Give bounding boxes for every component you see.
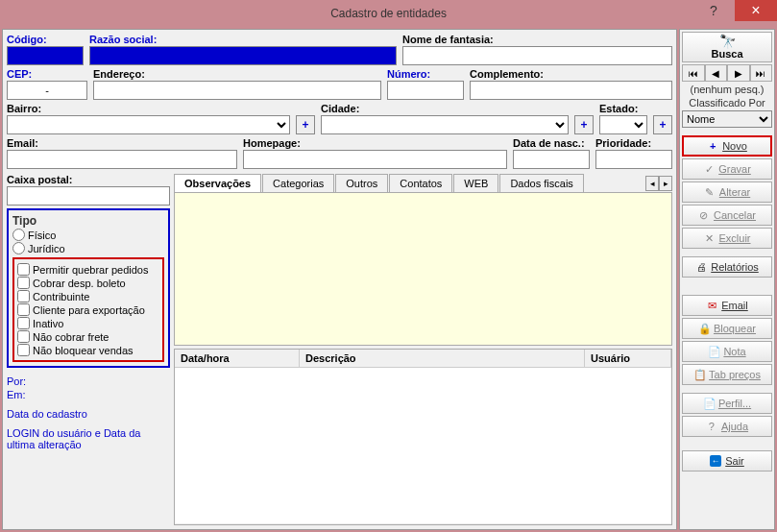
novo-label: Novo bbox=[722, 140, 747, 152]
razao-input[interactable] bbox=[89, 46, 397, 65]
complemento-label: Complemento: bbox=[470, 68, 672, 80]
codigo-label: Código: bbox=[7, 34, 84, 45]
meta-por: Por: bbox=[7, 375, 170, 387]
check-cobrar[interactable] bbox=[17, 277, 30, 289]
tabprecos-label: Tab preços bbox=[709, 369, 761, 380]
caixa-input[interactable] bbox=[7, 186, 170, 206]
tipo-fisico-label: Físico bbox=[28, 230, 56, 241]
check-icon: ✓ bbox=[703, 163, 715, 176]
email-label: Email: bbox=[7, 137, 237, 149]
check-inativo-label: Inativo bbox=[33, 318, 63, 329]
observacoes-textarea[interactable] bbox=[174, 192, 672, 346]
nav-last[interactable]: ⏭ bbox=[750, 64, 773, 82]
tab-precos-button[interactable]: 📋Tab preços bbox=[682, 364, 772, 385]
check-exportacao[interactable] bbox=[17, 303, 30, 316]
tab-scroll-right[interactable]: ▸ bbox=[659, 176, 672, 191]
estado-add-button[interactable]: + bbox=[653, 115, 672, 134]
nota-button[interactable]: 📄Nota bbox=[682, 341, 772, 362]
check-permitir-label: Permitir quebrar pedidos bbox=[33, 264, 148, 276]
printer-icon: 🖨 bbox=[695, 261, 707, 273]
homepage-input[interactable] bbox=[243, 150, 507, 169]
alterar-button[interactable]: ✎Alterar bbox=[682, 181, 772, 203]
meta-login: LOGIN do usuário e Data da ultima altera… bbox=[7, 427, 170, 450]
help-icon: ? bbox=[706, 421, 717, 432]
tab-observacoes[interactable]: Observações bbox=[174, 174, 261, 192]
delete-icon: ✕ bbox=[703, 232, 715, 245]
tab-outros[interactable]: Outros bbox=[335, 174, 388, 192]
nav-next[interactable]: ▶ bbox=[727, 64, 750, 82]
check-exportacao-label: Cliente para exportação bbox=[33, 304, 145, 316]
nav-first[interactable]: ⏮ bbox=[682, 64, 705, 82]
help-button[interactable]: ? bbox=[692, 0, 735, 21]
tab-scroll-left[interactable]: ◂ bbox=[645, 176, 659, 191]
ajuda-label: Ajuda bbox=[721, 421, 748, 432]
datanasc-label: Data de nasc.: bbox=[513, 137, 590, 149]
novo-button[interactable]: +Novo bbox=[682, 135, 772, 157]
envelope-icon: ✉ bbox=[706, 300, 717, 312]
codigo-input[interactable] bbox=[7, 46, 84, 65]
relatorios-button[interactable]: 🖨Relatórios bbox=[682, 256, 772, 278]
check-permitir[interactable] bbox=[17, 263, 30, 276]
nota-label: Nota bbox=[723, 346, 745, 357]
tab-contatos[interactable]: Contatos bbox=[389, 174, 452, 192]
gravar-button[interactable]: ✓Gravar bbox=[682, 158, 772, 180]
tipo-juridico-radio[interactable] bbox=[12, 242, 25, 254]
sair-button[interactable]: ←Sair bbox=[682, 450, 772, 472]
cidade-select[interactable] bbox=[321, 115, 569, 134]
check-naobloquear[interactable] bbox=[17, 344, 30, 356]
datanasc-input[interactable] bbox=[513, 150, 590, 169]
cidade-add-button[interactable]: + bbox=[574, 115, 594, 134]
endereco-input[interactable] bbox=[93, 81, 381, 100]
email-input[interactable] bbox=[7, 150, 237, 169]
fantasia-label: Nome de fantasia: bbox=[402, 34, 672, 45]
cep-input[interactable] bbox=[7, 81, 87, 100]
cancelar-button[interactable]: ⊘Cancelar bbox=[682, 205, 772, 226]
busca-button[interactable]: 🔭 Busca bbox=[682, 32, 772, 62]
profile-icon: 📄 bbox=[703, 398, 715, 410]
lock-icon: 🔒 bbox=[698, 323, 710, 335]
complemento-input[interactable] bbox=[470, 81, 672, 100]
busca-label: Busca bbox=[711, 48, 742, 60]
check-contribuinte[interactable] bbox=[17, 290, 30, 302]
tab-web[interactable]: WEB bbox=[453, 174, 498, 192]
fantasia-input[interactable] bbox=[402, 46, 672, 65]
cancelar-label: Cancelar bbox=[714, 209, 756, 221]
check-contribuinte-label: Contribuinte bbox=[33, 291, 89, 302]
bloquear-button[interactable]: 🔒Bloquear bbox=[682, 318, 772, 339]
tipo-title: Tipo bbox=[12, 214, 164, 228]
estado-select[interactable] bbox=[599, 115, 647, 134]
grid-empty-row bbox=[175, 368, 671, 524]
classificado-label: Classificado Por bbox=[682, 97, 772, 109]
close-button[interactable]: × bbox=[735, 0, 777, 21]
excluir-label: Excluir bbox=[718, 232, 750, 244]
numero-input[interactable] bbox=[387, 81, 464, 100]
prioridade-label: Prioridade: bbox=[595, 137, 672, 149]
ajuda-button[interactable]: ?Ajuda bbox=[682, 416, 772, 437]
bairro-add-button[interactable]: + bbox=[296, 115, 315, 134]
meta-data-cadastro: Data do cadastro bbox=[7, 408, 170, 420]
tab-dados-fiscais[interactable]: Dados fiscais bbox=[499, 174, 583, 192]
grid-col-descricao[interactable]: Descrição bbox=[300, 350, 585, 367]
check-naocobrar-label: Não cobrar frete bbox=[33, 331, 109, 343]
grid-col-usuario[interactable]: Usuário bbox=[585, 350, 671, 367]
meta-area: Por: Em: Data do cadastro LOGIN do usuár… bbox=[7, 374, 170, 452]
classificado-select[interactable]: Nome bbox=[682, 110, 772, 128]
caixa-label: Caixa postal: bbox=[7, 174, 170, 185]
tipo-fisico-radio[interactable] bbox=[12, 229, 25, 241]
nav-prev[interactable]: ◀ bbox=[705, 64, 728, 82]
excluir-button[interactable]: ✕Excluir bbox=[682, 228, 772, 249]
endereco-label: Endereço: bbox=[93, 68, 381, 80]
numero-label: Número: bbox=[387, 68, 464, 80]
email-button[interactable]: ✉Email bbox=[682, 295, 772, 316]
grid-col-datahora[interactable]: Data/hora bbox=[175, 350, 300, 367]
relatorios-label: Relatórios bbox=[711, 261, 759, 273]
tab-categorias[interactable]: Categorias bbox=[262, 174, 334, 192]
prioridade-input[interactable] bbox=[595, 150, 672, 169]
check-inativo[interactable] bbox=[17, 317, 30, 329]
cancel-icon: ⊘ bbox=[698, 209, 710, 222]
note-icon: 📄 bbox=[708, 346, 719, 358]
tipo-group: Tipo Físico Jurídico Permitir quebrar pe… bbox=[7, 208, 170, 368]
check-naocobrar[interactable] bbox=[17, 330, 30, 343]
bairro-select[interactable] bbox=[7, 115, 290, 134]
perfil-button[interactable]: 📄Perfil... bbox=[682, 393, 772, 414]
